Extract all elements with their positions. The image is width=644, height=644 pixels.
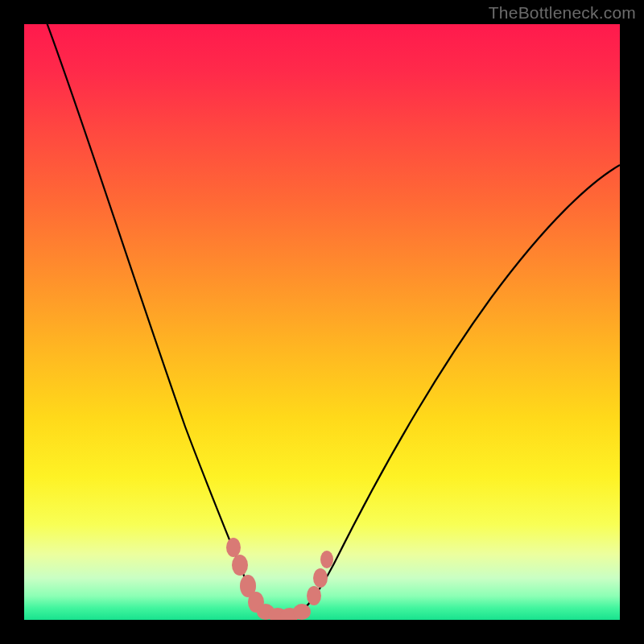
svg-point-8 xyxy=(307,586,321,605)
bottleneck-curve xyxy=(44,24,620,617)
highlight-markers xyxy=(226,538,333,620)
watermark-text: TheBottleneck.com xyxy=(489,3,636,23)
plot-area xyxy=(24,24,620,620)
svg-point-1 xyxy=(232,555,248,576)
svg-point-9 xyxy=(313,568,328,588)
chart-frame: TheBottleneck.com xyxy=(0,0,644,644)
svg-point-0 xyxy=(226,538,241,557)
curve-layer xyxy=(24,24,620,620)
svg-point-7 xyxy=(293,604,311,620)
svg-point-10 xyxy=(320,551,333,568)
